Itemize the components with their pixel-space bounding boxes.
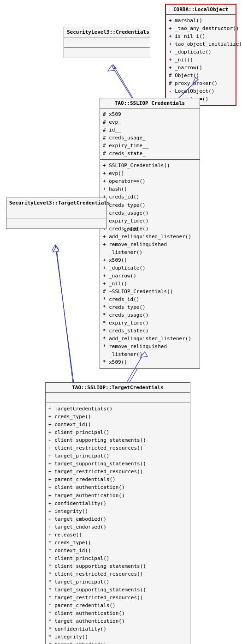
corba-local-object-title: CORBA::LocalObject: [166, 5, 236, 15]
tao-ssliop-credentials-fields: # x509_ # evp_ # id__ # creds_usage_ # e…: [100, 108, 200, 160]
security-target-credentials-section2: [6, 218, 106, 229]
tao-ssliop-target-credentials-title: TAO::SSLIOP::TargetCredentials: [46, 383, 190, 393]
security-credentials-section2: [64, 48, 150, 58]
security-credentials-title: SecurityLevel3::Credentials: [64, 27, 150, 37]
svg-line-6: [55, 245, 74, 383]
svg-marker-3: [110, 65, 116, 69]
tao-ssliop-target-credentials-methods: + TargetCredentials() + creds_type() + c…: [46, 403, 190, 644]
svg-marker-12: [108, 66, 114, 71]
security-credentials-section1: [64, 37, 150, 48]
tao-ssliop-credentials-title: TAO::SSLIOP_Credentials: [100, 98, 200, 108]
tao-ssliop-target-credentials-box: TAO::SSLIOP::TargetCredentials + TargetC…: [45, 382, 190, 644]
svg-marker-16: [53, 247, 59, 252]
corba-local-object-box: CORBA::LocalObject + marshal() + _tao_an…: [165, 4, 236, 106]
security-target-credentials-box: SecurityLevel3::TargetCredentials: [6, 198, 106, 229]
tao-ssliop-credentials-box: TAO::SSLIOP_Credentials # x509_ # evp_ #…: [100, 98, 200, 369]
diagram-container: CORBA::LocalObject + marshal() + _tao_an…: [0, 0, 242, 644]
tao-ssliop-target-credentials-section1: [46, 393, 190, 403]
svg-line-2: [113, 65, 134, 99]
svg-line-15: [56, 247, 73, 382]
svg-marker-7: [52, 245, 59, 250]
tao-ssliop-credentials-methods: + SSLIOP_Credentials() + evp() + operato…: [100, 160, 200, 368]
security-target-credentials-section1: [6, 208, 106, 218]
creds-label: creds: [124, 226, 139, 232]
corba-local-object-methods: + marshal() + _tao_any_destructor() + is…: [166, 15, 236, 105]
security-credentials-box: SecurityLevel3::Credentials: [64, 27, 150, 58]
svg-line-11: [112, 66, 132, 98]
security-target-credentials-title: SecurityLevel3::TargetCredentials: [6, 198, 106, 208]
